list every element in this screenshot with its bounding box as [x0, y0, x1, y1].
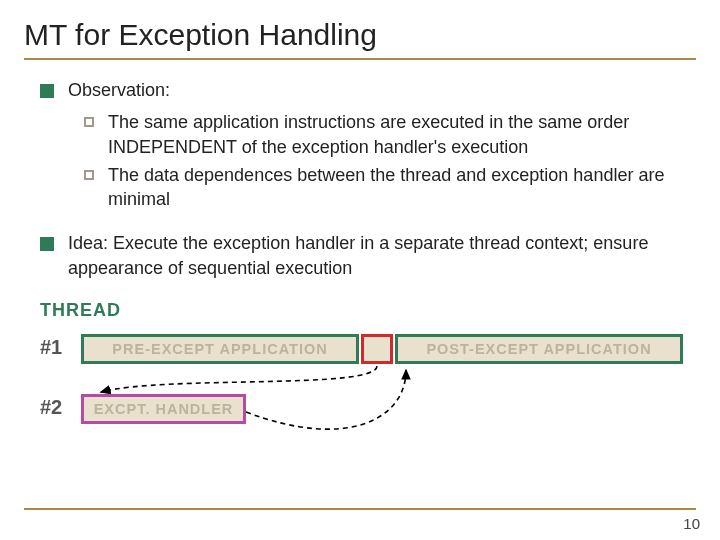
- page-number: 10: [683, 515, 700, 532]
- title-rule: [24, 58, 696, 60]
- hollow-square-icon: [84, 117, 94, 127]
- idea-text: Idea: Execute the exception handler in a…: [68, 231, 696, 280]
- dependency-arrows: [26, 300, 706, 460]
- thread-label: THREAD: [40, 300, 121, 321]
- observation-heading: Observation:: [68, 78, 170, 102]
- pre-except-text: PRE-EXCEPT APPLICATION: [112, 341, 327, 357]
- slide-title: MT for Exception Handling: [24, 18, 696, 52]
- sub-bullet-2: The data dependences between the thread …: [84, 163, 696, 212]
- exception-handler-box: EXCPT. HANDLER: [81, 394, 246, 424]
- sub-bullet-2-text: The data dependences between the thread …: [108, 163, 696, 212]
- exception-marker-box: [361, 334, 393, 364]
- square-bullet-icon: [40, 84, 54, 98]
- square-bullet-icon: [40, 237, 54, 251]
- hollow-square-icon: [84, 170, 94, 180]
- sub-bullet-1-text: The same application instructions are ex…: [108, 110, 696, 159]
- handler-text: EXCPT. HANDLER: [94, 401, 234, 417]
- footer-rule: [24, 508, 696, 510]
- pre-except-box: PRE-EXCEPT APPLICATION: [81, 334, 359, 364]
- bullet-idea: Idea: Execute the exception handler in a…: [40, 231, 696, 280]
- post-except-text: POST-EXCEPT APPLICATION: [426, 341, 651, 357]
- thread-diagram: THREAD #1 #2 PRE-EXCEPT APPLICATION POST…: [26, 300, 696, 455]
- bullet-list: Observation: The same application instru…: [24, 78, 696, 280]
- bullet-observation: Observation:: [40, 78, 696, 102]
- post-except-box: POST-EXCEPT APPLICATION: [395, 334, 683, 364]
- row2-label: #2: [40, 396, 62, 419]
- row1-label: #1: [40, 336, 62, 359]
- sub-bullet-1: The same application instructions are ex…: [84, 110, 696, 159]
